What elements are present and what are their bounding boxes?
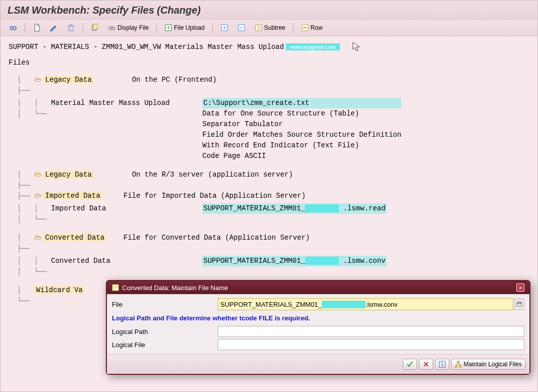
node-desc: File for Converted Data (Application Ser… <box>124 234 310 242</box>
node-label: Converted Data <box>43 234 107 242</box>
file-field-label: File <box>112 301 218 308</box>
tree-node-imported-file[interactable]: │ │ │ └── Imported Data SUPPORT_MATERIAL… <box>9 203 529 225</box>
file-detail: Data for One Source Structure (Table) <box>202 108 401 119</box>
copy-button[interactable] <box>87 22 102 34</box>
svg-point-5 <box>112 27 115 30</box>
tree-icon <box>455 361 462 368</box>
folder-open-icon: 🗁 <box>34 234 41 242</box>
document-icon <box>33 24 41 32</box>
separator <box>293 23 293 33</box>
page-title: LSM Workbench: Specify Files (Change) <box>8 5 530 16</box>
svg-rect-11 <box>303 27 307 28</box>
file-field[interactable]: SUPPORT_MATERIALS_ZMM01_____________.lsm… <box>218 298 513 310</box>
folder-open-icon: 🗁 <box>34 192 41 200</box>
file-path: SUPPORT_MATERIALS_ZMM01_________ .lsmw.r… <box>202 203 386 214</box>
tree-node-legacy-r3[interactable]: │ ├── 🗁Legacy Data On the R/3 server (ap… <box>9 170 529 191</box>
glasses-icon <box>9 24 17 32</box>
separator <box>83 23 83 33</box>
dialog-icon <box>112 284 119 291</box>
breadcrumb: SUPPORT - MATERIALS - ZMM01_WO_WM_VW Mat… <box>9 43 284 51</box>
child-label: Imported Data <box>51 204 106 212</box>
svg-point-4 <box>109 27 112 30</box>
svg-rect-17 <box>457 361 459 363</box>
collapse-icon <box>237 24 246 32</box>
svg-point-0 <box>10 27 13 30</box>
dialog-footer: i Maintain Logical Files <box>107 354 529 374</box>
file-detail: Separator Tabulator <box>202 119 401 130</box>
file-detail: Field Order Matches Source Structure Def… <box>202 130 401 140</box>
separator <box>212 23 213 33</box>
execute-button[interactable] <box>6 22 21 34</box>
ok-button[interactable] <box>403 359 417 370</box>
svg-rect-19 <box>459 366 461 367</box>
subtree-label: Subtree <box>264 24 285 31</box>
upload-icon <box>164 24 172 32</box>
breadcrumb-area: SUPPORT - MATERIALS - ZMM01_WO_WM_VW Mat… <box>1 36 537 55</box>
dialog-titlebar[interactable]: Converted Data: Maintain File Name ✕ <box>107 281 529 294</box>
tree-node-converted[interactable]: │ ├── 🗁Converted Data File for Converted… <box>9 233 529 254</box>
display-file-label: Display File <box>117 24 149 31</box>
tree-node-converted-file[interactable]: │ │ │ └── Converted Data SUPPORT_MATERIA… <box>9 256 529 277</box>
pencil-icon <box>50 24 58 32</box>
expand-button[interactable] <box>217 22 232 34</box>
maintain-label: Maintain Logical Files <box>464 361 522 368</box>
subtree-button[interactable]: Subtree <box>251 22 289 34</box>
logical-file-input[interactable] <box>218 339 524 350</box>
tree-node-legacy-pc[interactable]: │ ├── 🗁Legacy Data On the PC (Frontend) <box>9 75 529 96</box>
watermark: www.erpgreat.com <box>286 43 340 50</box>
child-label: Converted Data <box>51 257 110 265</box>
file-upload-label: File Upload <box>174 24 205 31</box>
node-desc: On the PC (Frontend) <box>132 76 217 84</box>
close-button[interactable]: ✕ <box>516 284 524 292</box>
new-button[interactable] <box>29 22 44 34</box>
page-header: LSM Workbench: Specify Files (Change) <box>1 1 537 20</box>
display-file-button[interactable]: Display File <box>104 22 152 34</box>
glasses-small-icon <box>108 24 116 32</box>
x-icon <box>423 361 430 368</box>
cursor-icon <box>352 41 361 52</box>
node-desc: On the R/3 server (application server) <box>132 171 293 179</box>
folder-open-icon: 🗁 <box>34 76 41 84</box>
file-path: SUPPORT_MATERIALS_ZMM01_________ .lsmw.c… <box>202 256 386 266</box>
svg-text:i: i <box>441 362 443 367</box>
info-button[interactable]: i <box>435 359 449 370</box>
dialog-body: File SUPPORT_MATERIALS_ZMM01____________… <box>107 294 529 350</box>
copy-icon <box>91 24 99 32</box>
collapse-button[interactable] <box>234 22 249 34</box>
child-label: Material Master Masss Upload <box>51 99 169 107</box>
logical-path-label: Logical Path <box>112 328 218 335</box>
file-path: C:\Support\zmm_create.txt <box>202 98 401 108</box>
trash-icon <box>67 24 75 32</box>
node-label: Imported Data <box>43 192 102 200</box>
toolbar: Display File File Upload Subtree Row <box>1 20 537 36</box>
maintain-logical-files-button[interactable]: Maintain Logical Files <box>451 359 525 370</box>
separator <box>25 23 25 33</box>
svg-rect-3 <box>93 24 97 29</box>
row-button[interactable]: Row <box>297 22 326 34</box>
delete-button[interactable] <box>64 22 79 34</box>
browse-button[interactable] <box>514 299 524 310</box>
tree-root-label: Files <box>9 59 529 67</box>
node-label: Wildcard Va <box>34 286 85 294</box>
dialog-converted-data: Converted Data: Maintain File Name ✕ Fil… <box>106 280 530 375</box>
separator <box>156 23 157 33</box>
info-icon: i <box>439 361 446 368</box>
tree-node-material-upload[interactable]: │ │ │ └── Material Master Masss Upload C… <box>9 98 529 161</box>
node-label: Legacy Data <box>43 171 94 179</box>
row-label: Row <box>311 24 323 31</box>
file-detail: Code Page ASCII <box>202 151 401 161</box>
file-upload-button[interactable]: File Upload <box>161 22 208 34</box>
logical-path-input[interactable] <box>218 326 524 337</box>
svg-point-1 <box>13 27 16 30</box>
svg-rect-18 <box>455 366 457 367</box>
edit-button[interactable] <box>46 22 62 34</box>
tree-node-imported[interactable]: ├── 🗁Imported Data File for Imported Dat… <box>9 191 529 201</box>
tree-content: Files │ ├── 🗁Legacy Data On the PC (Fron… <box>1 55 537 306</box>
dialog-hint: Logical Path and File determine whether … <box>112 312 524 326</box>
subtree-icon <box>255 24 263 32</box>
cancel-button[interactable] <box>419 359 433 370</box>
row-icon <box>301 24 309 32</box>
dialog-title: Converted Data: Maintain File Name <box>122 284 228 292</box>
expand-icon <box>220 24 228 32</box>
node-desc: File for Imported Data (Application Serv… <box>124 192 306 200</box>
